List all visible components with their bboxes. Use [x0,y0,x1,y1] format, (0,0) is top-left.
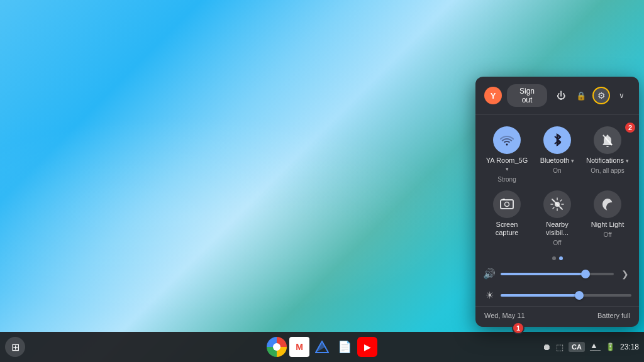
taskbar-app-docs[interactable]: 📄 [335,337,355,357]
taskbar-app-drive[interactable] [312,337,332,357]
footer-battery: Battery full [597,312,630,319]
system-time[interactable]: 23:18 [620,343,639,351]
quick-settings-panel: Y Sign out ⏻ 🔒 ⚙ ∨ [475,77,639,327]
screen-record-tray[interactable]: ⏺ [542,342,551,352]
volume-icon: 🔊 [483,268,496,280]
screen-capture-label: Screencapture [496,221,519,237]
brightness-icon: ☀ [483,290,496,301]
settings-button[interactable]: ⚙ [592,87,610,104]
bluetooth-label: Bluetooth ▾ [540,156,575,165]
bluetooth-icon-circle [543,126,571,154]
lock-button[interactable]: 🔒 [572,87,590,104]
sign-out-button[interactable]: Sign out [507,84,547,107]
desktop: ⊞ M 📄 ▶ [0,0,644,362]
screen-capture-icon-circle [493,190,521,218]
nearby-share-toggle[interactable]: Nearby visibil... Off [532,187,582,250]
volume-slider-row: 🔊 ❯ [475,263,639,285]
volume-expand-arrow[interactable]: ❯ [619,269,631,279]
brightness-fill [501,294,579,297]
badge-1: 1 [512,322,525,334]
dot-2[interactable] [559,256,563,260]
footer-date: Wed, May 11 [484,312,525,319]
brightness-thumb[interactable] [575,291,584,300]
nearby-share-sublabel: Off [553,239,561,246]
dot-1[interactable] [552,256,556,260]
nearby-icon-circle [543,190,571,218]
notifications-label: Notifications ▾ [586,156,629,165]
brightness-slider-row: ☀ [475,285,639,306]
toggle-grid: YA Room_5G ▾ Strong Bluetooth ▾ On [475,115,639,255]
wifi-label: YA Room_5G ▾ [484,156,530,173]
taskbar-app-gmail[interactable]: M [289,337,309,357]
night-light-toggle[interactable]: Night Light Off [582,187,633,250]
avatar: Y [484,87,502,104]
night-light-label: Night Light [591,221,625,229]
wifi-tray-icon[interactable]: ▲─── [590,341,601,353]
power-button[interactable]: ⏻ [552,87,570,104]
panel-header: Y Sign out ⏻ 🔒 ⚙ ∨ [475,77,639,115]
volume-slider[interactable] [501,273,614,275]
volume-thumb[interactable] [581,270,590,278]
bluetooth-sublabel: On [553,167,561,174]
svg-rect-5 [502,199,505,200]
taskbar-apps: M 📄 ▶ [267,337,377,357]
launcher-button[interactable]: ⊞ [5,337,25,357]
notifications-icon-circle [594,126,621,154]
night-light-sublabel: Off [603,231,611,238]
wifi-toggle[interactable]: YA Room_5G ▾ Strong [482,123,532,186]
taskbar-app-youtube[interactable]: ▶ [357,337,377,357]
svg-point-4 [505,202,509,206]
panel-footer: Wed, May 11 Battery full [475,306,639,327]
night-light-icon-circle [594,190,621,218]
screenshot-tray[interactable]: ⬚ [556,343,564,352]
svg-rect-3 [501,200,513,209]
locale-indicator[interactable]: CA [569,342,585,352]
screen-capture-toggle[interactable]: Screencapture [482,187,532,250]
badge-2: 2 [624,121,636,134]
expand-button[interactable]: ∨ [613,87,630,104]
taskbar: ⊞ M 📄 ▶ [0,332,644,362]
nearby-share-label: Nearby visibil... [535,221,580,237]
wifi-sublabel: Strong [497,176,516,183]
volume-fill [501,273,586,275]
page-dots [475,255,639,263]
taskbar-app-chrome[interactable] [267,337,287,357]
taskbar-left: ⊞ [5,337,25,357]
header-icons: ⏻ 🔒 ⚙ ∨ [552,87,630,104]
bluetooth-toggle[interactable]: Bluetooth ▾ On [532,123,582,186]
wifi-icon-circle [493,126,521,154]
system-tray: ⏺ ⬚ CA ▲─── 🔋 23:18 [542,341,639,353]
brightness-slider[interactable] [501,294,631,297]
notifications-sublabel: On, all apps [591,167,624,174]
notifications-toggle[interactable]: Notifications ▾ On, all apps [582,123,633,186]
battery-tray-icon[interactable]: 🔋 [606,343,615,351]
